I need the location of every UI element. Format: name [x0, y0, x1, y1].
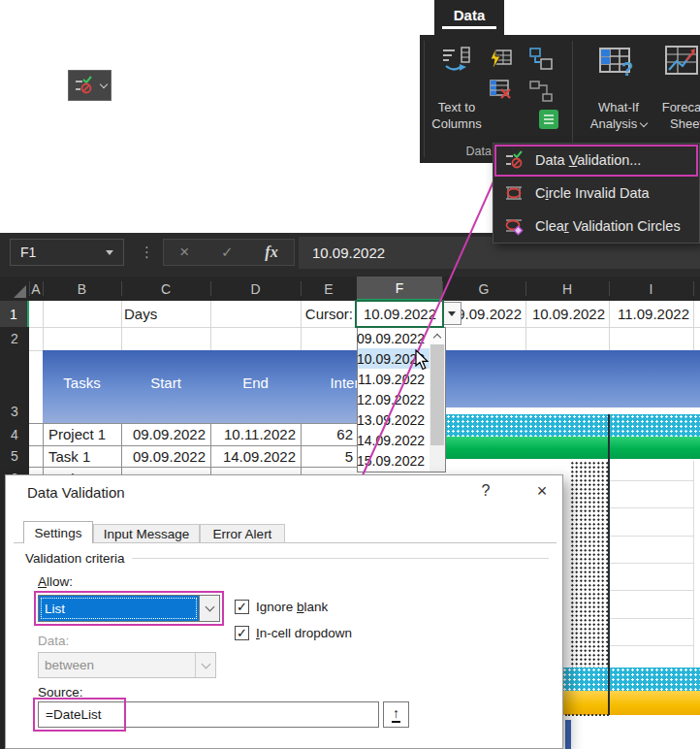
cell-b4-task-name[interactable]: Project 1	[48, 423, 120, 445]
in-cell-dropdown-checkbox[interactable]: ✓	[235, 626, 249, 640]
collapse-dialog-button[interactable]: ↑	[383, 701, 409, 728]
cell-i1[interactable]: 11.09.2022	[609, 301, 689, 327]
name-box-value: F1	[20, 244, 36, 260]
data-select-disabled: between	[38, 652, 216, 678]
remove-duplicates-icon[interactable]	[488, 78, 513, 107]
date-dropdown-list: 09.09.2022 10.09.2022 11.09.2022 12.09.2…	[357, 327, 446, 472]
column-header-e[interactable]: E	[301, 277, 357, 301]
dropdown-option[interactable]: 14.09.2022	[358, 430, 430, 450]
clear-validation-circles-icon	[501, 216, 526, 236]
dropdown-option[interactable]: 09.09.2022	[358, 328, 430, 348]
relationships-icon[interactable]	[528, 80, 554, 109]
name-box[interactable]: F1	[10, 239, 124, 266]
gantt-header-end[interactable]: End	[210, 350, 301, 423]
scrollbar-up-button[interactable]	[430, 328, 445, 344]
selection-border-f1	[355, 300, 444, 328]
ignore-blank-label: Ignore blank	[256, 600, 328, 614]
column-header-c[interactable]: C	[121, 277, 210, 301]
dropdown-option-selected[interactable]: 10.09.2022	[358, 348, 430, 369]
column-header-d[interactable]: D	[210, 277, 301, 301]
data-model-icon[interactable]	[536, 107, 561, 136]
chevron-down-icon	[201, 659, 210, 668]
consolidate-icon[interactable]	[528, 47, 554, 76]
gantt-header-start[interactable]: Start	[121, 350, 210, 423]
data-validation-button[interactable]	[68, 70, 111, 101]
scrollbar-thumb[interactable]	[430, 344, 444, 445]
column-header-h[interactable]: H	[525, 277, 609, 301]
allow-label: Allow:	[38, 574, 73, 589]
column-header-g[interactable]: G	[442, 277, 525, 301]
column-headers: A B C D E F G H I	[0, 277, 700, 301]
tab-data-active-indicator	[442, 26, 496, 29]
select-all-corner[interactable]	[0, 277, 29, 301]
gantt-cursor-line	[608, 414, 610, 715]
close-button[interactable]: ×	[529, 479, 555, 503]
cell-b5-task-name[interactable]: Task 1	[48, 445, 120, 467]
cell-e4-interval[interactable]: 62	[301, 423, 353, 445]
row-header-4[interactable]: 4	[0, 423, 29, 445]
menu-highlight-box	[494, 145, 698, 177]
cell-e5-interval[interactable]: 5	[301, 445, 353, 467]
menu-item-circle-invalid-data[interactable]: Circle Invalid Data	[493, 177, 699, 210]
column-header-f-selected[interactable]: F	[357, 277, 442, 301]
row-header-1[interactable]: 1	[0, 301, 29, 327]
column-header-i[interactable]: I	[609, 277, 693, 301]
data-validation-dialog: Data Validation ? × Settings Input Messa…	[5, 474, 563, 749]
column-header-a[interactable]: A	[29, 277, 43, 301]
enter-icon[interactable]: ✓	[221, 244, 234, 261]
cell-h1[interactable]: 10.09.2022	[525, 301, 605, 327]
dropdown-option[interactable]: 12.09.2022	[358, 389, 430, 409]
chevron-up-icon	[433, 334, 441, 342]
gantt-bar-task1	[441, 437, 700, 459]
cell-e1-cursor[interactable]: Cursor:	[301, 301, 353, 327]
dropdown-option[interactable]: 11.09.2022	[358, 369, 430, 389]
column-header-b[interactable]: B	[43, 277, 121, 301]
insert-function-icon[interactable]: fx	[265, 244, 277, 261]
help-button[interactable]: ?	[473, 479, 498, 503]
what-if-label-2: Analysis	[582, 115, 655, 132]
menu-item-clear-validation-circles[interactable]: Clear Validation Circles	[493, 210, 699, 243]
chevron-down-icon	[640, 119, 648, 127]
dropdown-scrollbar[interactable]	[430, 328, 445, 472]
in-cell-dropdown-label: In-cell dropdown	[256, 626, 352, 640]
ignore-blank-checkbox[interactable]: ✓	[235, 600, 249, 614]
flash-fill-icon[interactable]	[488, 47, 513, 76]
what-if-label-1: What-If	[582, 99, 655, 115]
cell-d5-end[interactable]: 14.09.2022	[210, 445, 296, 467]
cell-c5-start[interactable]: 09.09.2022	[121, 445, 206, 467]
menu-item-label: Circle Invalid Data	[535, 185, 650, 201]
forecast-sheet-button[interactable]: Forecast Sheet	[652, 99, 700, 132]
row-header-2[interactable]: 2	[0, 327, 29, 350]
cell-c4-start[interactable]: 09.09.2022	[121, 423, 206, 445]
forecast-label-2: Sheet	[652, 115, 700, 132]
text-to-columns-label-2: Columns	[420, 115, 493, 132]
gantt-header-tasks[interactable]: Tasks	[43, 350, 121, 423]
tab-input-message[interactable]: Input Message	[93, 524, 200, 543]
tab-error-alert[interactable]: Error Alert	[200, 524, 285, 543]
what-if-analysis-button[interactable]: What-If Analysis	[582, 99, 655, 132]
row-header-5[interactable]: 5	[0, 445, 29, 467]
text-to-columns-button[interactable]: Text to Columns	[420, 99, 493, 132]
tab-data[interactable]: Data	[434, 0, 504, 35]
tab-strip-line	[14, 542, 557, 543]
row-header-3[interactable]: 3	[0, 350, 29, 423]
cancel-icon[interactable]: ×	[179, 243, 189, 262]
in-cell-dropdown-button[interactable]	[442, 302, 461, 325]
select-all-triangle-icon	[14, 285, 26, 298]
tab-settings[interactable]: Settings	[23, 521, 93, 543]
text-to-columns-label-1: Text to	[420, 99, 493, 115]
dialog-title: Data Validation	[27, 484, 125, 501]
dropdown-option[interactable]: 13.09.2022	[358, 409, 430, 430]
data-validation-menu: Data Validation... Circle Invalid Data C…	[493, 143, 700, 244]
gantt-blue-sliver	[565, 720, 571, 749]
validation-criteria-group-label: Validation criteria	[25, 551, 125, 566]
cell-c1-days[interactable]: Days	[124, 301, 209, 327]
cell-d4-end[interactable]: 10.11.2022	[210, 423, 296, 445]
ribbon-group-separator	[572, 41, 573, 157]
dropdown-arrow-icon	[448, 311, 456, 316]
formula-bar-buttons: × ✓ fx	[163, 239, 295, 266]
forecast-sheet-icon	[662, 43, 700, 85]
formula-bar-grip-icon[interactable]: ⋮	[140, 244, 154, 261]
gantt-bar-project1	[441, 414, 700, 437]
dropdown-option[interactable]: 15.09.2022	[358, 450, 430, 471]
